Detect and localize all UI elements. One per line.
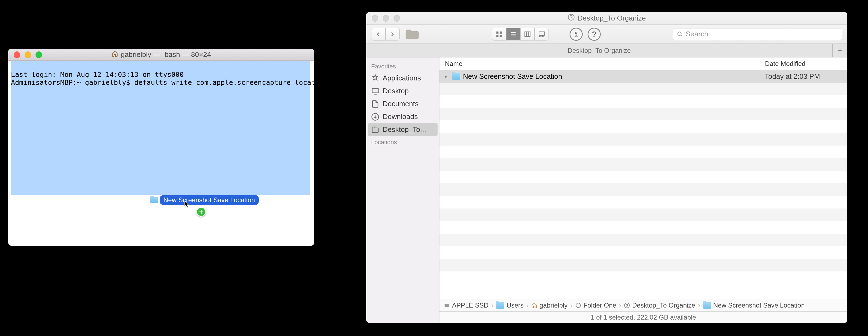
home-icon xyxy=(112,50,118,59)
view-list-button[interactable] xyxy=(506,28,520,40)
minimize-button[interactable] xyxy=(383,15,389,22)
view-gallery-button[interactable] xyxy=(534,28,549,40)
home-icon xyxy=(531,302,537,308)
back-button[interactable] xyxy=(371,28,385,40)
folder-icon xyxy=(371,125,379,134)
empty-row xyxy=(439,259,847,272)
folder-icon xyxy=(452,73,460,80)
empty-row xyxy=(439,221,847,234)
finder-window: Desktop_To Organize ? Search Desktop_To … xyxy=(366,12,847,323)
finder-titlebar[interactable]: Desktop_To Organize xyxy=(366,12,847,25)
cursor-arrow-icon xyxy=(184,201,190,209)
app-icon xyxy=(371,74,379,82)
help-icon: ? xyxy=(624,302,630,308)
path-crumb[interactable]: APPLE SSD xyxy=(444,302,488,309)
maximize-button[interactable] xyxy=(394,15,400,22)
sidebar-item-label: Desktop xyxy=(383,87,409,95)
empty-row xyxy=(439,171,847,183)
search-placeholder: Search xyxy=(686,30,708,38)
svg-rect-2 xyxy=(500,31,502,34)
disk-icon xyxy=(444,302,450,308)
empty-row xyxy=(439,83,847,95)
file-row[interactable]: ▸ New Screenshot Save Location Today at … xyxy=(439,70,847,83)
folder-icon xyxy=(496,302,504,309)
svg-rect-13 xyxy=(541,36,542,37)
sidebar: Favorites Applications Desktop Documents… xyxy=(366,57,439,323)
status-text: 1 of 1 selected, 222.02 GB available xyxy=(591,313,696,321)
empty-row xyxy=(439,95,847,108)
empty-row xyxy=(439,108,847,120)
folder-icon xyxy=(150,197,158,203)
tag-icon xyxy=(575,302,581,308)
svg-line-17 xyxy=(681,35,682,36)
terminal-line: Last login: Mon Aug 12 14:03:13 on ttys0… xyxy=(11,71,184,79)
help-button[interactable]: ? xyxy=(588,28,601,41)
file-date: Today at 2:03 PM xyxy=(760,72,847,81)
svg-rect-3 xyxy=(496,35,498,37)
svg-point-16 xyxy=(678,32,681,35)
svg-rect-14 xyxy=(542,36,544,37)
folder-icon xyxy=(703,302,711,309)
svg-rect-4 xyxy=(500,35,502,37)
path-crumb[interactable]: New Screenshot Save Location xyxy=(703,302,805,309)
sidebar-item-label: Downloads xyxy=(383,112,418,121)
sidebar-item-desktop-to-organize[interactable]: Desktop_To... xyxy=(368,123,438,136)
tab[interactable]: Desktop_To Organize xyxy=(366,44,833,57)
empty-row xyxy=(439,208,847,221)
path-crumb[interactable]: Users xyxy=(496,302,524,309)
file-list[interactable]: ▸ New Screenshot Save Location Today at … xyxy=(439,70,847,299)
empty-row xyxy=(439,145,847,158)
drag-proxy: New Screenshot Save Location xyxy=(150,195,259,205)
path-bar[interactable]: APPLE SSD › Users › gabrielbly › Folder … xyxy=(439,299,847,311)
file-name: New Screenshot Save Location xyxy=(463,72,562,81)
forward-button[interactable] xyxy=(385,28,400,40)
svg-text:?: ? xyxy=(626,303,628,307)
downloads-icon xyxy=(371,113,379,121)
desktop-icon xyxy=(371,87,379,95)
disclosure-triangle-icon[interactable]: ▸ xyxy=(445,73,449,80)
sidebar-section-locations: Locations xyxy=(366,136,439,147)
svg-rect-8 xyxy=(525,32,530,36)
empty-row xyxy=(439,272,847,284)
tags-icon[interactable] xyxy=(569,28,583,41)
finder-title: Desktop_To Organize xyxy=(578,14,646,23)
sidebar-item-documents[interactable]: Documents xyxy=(366,97,439,110)
column-name[interactable]: Name xyxy=(439,60,760,67)
svg-rect-18 xyxy=(372,88,378,93)
svg-rect-22 xyxy=(445,304,449,307)
path-crumb[interactable]: Folder One xyxy=(575,302,616,309)
sidebar-item-downloads[interactable]: Downloads xyxy=(366,110,439,123)
help-icon xyxy=(568,14,575,23)
sidebar-item-label: Applications xyxy=(383,74,421,82)
svg-rect-12 xyxy=(539,36,540,37)
svg-rect-11 xyxy=(539,32,545,35)
sidebar-item-applications[interactable]: Applications xyxy=(366,72,439,85)
empty-row xyxy=(439,183,847,196)
column-headers[interactable]: Name Date Modified xyxy=(439,57,847,70)
search-field[interactable]: Search xyxy=(673,28,842,40)
view-icon-button[interactable] xyxy=(492,28,506,40)
close-button[interactable] xyxy=(372,15,378,22)
empty-row xyxy=(439,196,847,208)
svg-point-15 xyxy=(575,32,577,34)
search-icon xyxy=(677,31,683,37)
terminal-title: gabrielbly — -bash — 80×24 xyxy=(121,50,211,59)
empty-row xyxy=(439,246,847,259)
sidebar-item-label: Desktop_To... xyxy=(383,125,426,134)
view-column-button[interactable] xyxy=(520,28,534,40)
status-bar: 1 of 1 selected, 222.02 GB available xyxy=(439,311,847,323)
drag-label-text: New Screenshot Save Location xyxy=(160,195,259,205)
svg-rect-1 xyxy=(496,31,498,34)
empty-row xyxy=(439,158,847,171)
new-tab-button[interactable]: + xyxy=(833,44,847,57)
empty-row xyxy=(439,234,847,246)
sidebar-item-desktop[interactable]: Desktop xyxy=(366,85,439,97)
terminal-line: AdminisatorsMBP:~ gabrielbly$ defaults w… xyxy=(11,79,314,86)
sidebar-section-favorites: Favorites xyxy=(366,60,439,72)
column-date[interactable]: Date Modified xyxy=(760,60,847,67)
path-crumb[interactable]: ? Desktop_To Organize xyxy=(624,302,695,309)
terminal-titlebar[interactable]: gabrielbly — -bash — 80×24 xyxy=(8,49,314,61)
empty-row xyxy=(439,133,847,145)
svg-point-23 xyxy=(576,303,581,308)
path-crumb[interactable]: gabrielbly xyxy=(531,302,568,309)
